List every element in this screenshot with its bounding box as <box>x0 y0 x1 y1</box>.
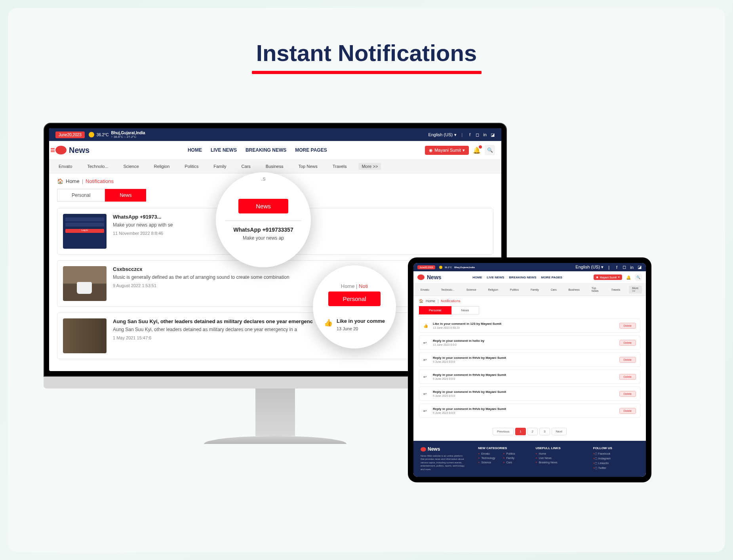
nav-home[interactable]: HOME <box>472 276 482 279</box>
cat-item[interactable]: Envato <box>55 163 75 170</box>
footer-link[interactable]: Politics <box>503 452 515 455</box>
thumbs-up-icon: 👍 <box>423 324 429 328</box>
nav-more[interactable]: MORE PAGES <box>541 276 562 279</box>
page-1[interactable]: 1 <box>515 428 525 435</box>
cat-item[interactable]: Family <box>210 163 229 170</box>
cat-item[interactable]: Cars <box>238 163 254 170</box>
temp-high: ↑ 38.6°C <box>111 135 124 139</box>
cat-item[interactable]: Top News <box>295 163 320 170</box>
date-badge: June20,2023 <box>55 131 85 138</box>
cat-item[interactable]: Business <box>565 287 583 292</box>
cat-item[interactable]: Religion <box>485 287 501 292</box>
cat-item[interactable]: Religion <box>151 163 173 170</box>
bell-icon[interactable]: 🔔 <box>473 147 481 154</box>
footer-social[interactable]: ▢ Twitter <box>593 467 639 470</box>
reply-icon: ↩ <box>423 409 429 413</box>
page-2[interactable]: 2 <box>527 428 538 435</box>
instagram-icon[interactable]: ◻ <box>475 132 480 137</box>
footer-social[interactable]: ▢ Facebook <box>593 452 639 455</box>
delete-button[interactable]: Delete <box>619 408 636 414</box>
cat-item[interactable]: Politics <box>181 163 202 170</box>
twitter-icon[interactable]: ◪ <box>637 265 642 270</box>
breadcrumb-home[interactable]: Home <box>66 178 80 184</box>
prev-button[interactable]: Previous <box>493 428 514 435</box>
topbar: June20,2023 36.2°C Bhuj,Gujarat,India ↑ … <box>49 128 501 141</box>
zoom-breadcrumb: Home | Noti <box>341 283 368 289</box>
partial-text: .s <box>261 175 266 182</box>
cat-item[interactable]: Business <box>263 163 287 170</box>
bell-icon[interactable]: 🔔 <box>626 275 631 280</box>
footer-link[interactable]: Envato <box>478 452 495 455</box>
nav-breaking[interactable]: BREAKING NEWS <box>509 276 536 279</box>
page-3[interactable]: 3 <box>539 428 550 435</box>
reply-icon: ↩ <box>423 392 429 396</box>
cat-item[interactable]: Politics <box>507 287 522 292</box>
footer-link[interactable]: Home <box>536 452 581 455</box>
facebook-icon[interactable]: f <box>467 132 472 137</box>
footer-social[interactable]: ▢ Instagram <box>593 457 639 460</box>
nav-more[interactable]: MORE PAGES <box>295 147 327 153</box>
home-icon[interactable]: 🏠 <box>57 178 63 184</box>
zoom-notif-sub: Make your news ap <box>243 235 284 241</box>
nav-live[interactable]: LIVE NEWS <box>487 276 504 279</box>
temp-low: ↓ 27.2°C <box>124 135 137 139</box>
search-icon[interactable]: 🔍 <box>635 274 642 281</box>
delete-button[interactable]: Delete <box>619 323 636 329</box>
footer-link[interactable]: Family <box>503 457 515 459</box>
delete-button[interactable]: Delete <box>619 391 636 397</box>
next-button[interactable]: Next <box>552 428 567 435</box>
delete-button[interactable]: Delete <box>619 374 636 380</box>
nav-breaking[interactable]: BREAKING NEWS <box>246 147 286 153</box>
cat-item[interactable]: Top News <box>588 286 603 293</box>
notification-thumb <box>63 266 107 301</box>
cat-item[interactable]: Cars <box>548 287 560 292</box>
category-bar: Envato Technolo... Science Religion Poli… <box>49 160 501 173</box>
facebook-icon[interactable]: f <box>614 265 619 270</box>
personal-notification: 👍 Like in your comment in 123 by Mayani … <box>419 318 640 333</box>
notification-thumb: Log in <box>63 214 107 249</box>
footer-link[interactable]: Technology <box>478 457 495 459</box>
nav-home[interactable]: HOME <box>188 147 202 153</box>
tab-personal[interactable]: Personal <box>57 189 105 202</box>
cat-item[interactable]: Technolo... <box>84 163 111 170</box>
home-icon[interactable]: 🏠 <box>419 299 423 303</box>
footer-link[interactable]: Cars <box>503 461 515 464</box>
cat-item[interactable]: Science <box>463 287 480 292</box>
page-title: Instant Notifications <box>16 40 717 66</box>
twitter-icon[interactable]: ◪ <box>490 132 495 137</box>
nav-live[interactable]: LIVE NEWS <box>211 147 237 153</box>
thumbs-up-icon: 👍 <box>324 318 333 327</box>
tab-news[interactable]: News <box>451 306 479 314</box>
delete-button[interactable]: Delete <box>619 357 636 363</box>
user-badge[interactable]: ◉ Mayani Sumit ▾ <box>594 274 622 280</box>
language-selector[interactable]: English (US) ▾ <box>428 132 457 137</box>
language-selector[interactable]: English (US) ▾ <box>575 265 604 270</box>
logo[interactable]: News <box>417 274 442 280</box>
cat-item[interactable]: Technolo... <box>438 287 458 292</box>
cat-item[interactable]: Travels <box>329 163 350 170</box>
zoom-lens-personal: Home | Noti Personal 👍 Like in your comm… <box>313 265 396 349</box>
footer-link[interactable]: Breaking News <box>536 461 581 464</box>
logo[interactable]: News <box>55 146 89 155</box>
cat-item[interactable]: Family <box>527 287 542 292</box>
more-button[interactable]: More >> <box>358 163 381 170</box>
footer-links-heading: USEFULL LINKS <box>536 446 581 450</box>
location-text: Bhuj,Gujarat,India <box>111 131 145 135</box>
zoom-lens-news: .s News WhatsApp +919733357 Make your ne… <box>216 172 311 267</box>
user-badge[interactable]: ◉ Mayani Sumit ▾ <box>425 146 469 155</box>
tab-news[interactable]: News <box>105 189 146 202</box>
cat-item[interactable]: Envato <box>417 287 432 292</box>
footer-link[interactable]: Live News <box>536 457 581 459</box>
more-button[interactable]: More >> <box>629 286 642 293</box>
footer-social[interactable]: ▢ LinkedIn <box>593 462 639 465</box>
footer-link[interactable]: Science <box>478 461 495 464</box>
linkedin-icon[interactable]: in <box>482 132 487 137</box>
tab-personal[interactable]: Personal <box>419 306 451 314</box>
cat-item[interactable]: Travels <box>608 287 624 292</box>
delete-button[interactable]: Delete <box>619 340 636 346</box>
cat-item[interactable]: Science <box>120 163 142 170</box>
search-icon[interactable]: 🔍 <box>485 145 495 155</box>
breadcrumb-home[interactable]: Home <box>426 299 435 303</box>
instagram-icon[interactable]: ◻ <box>622 265 627 270</box>
linkedin-icon[interactable]: in <box>629 265 634 270</box>
